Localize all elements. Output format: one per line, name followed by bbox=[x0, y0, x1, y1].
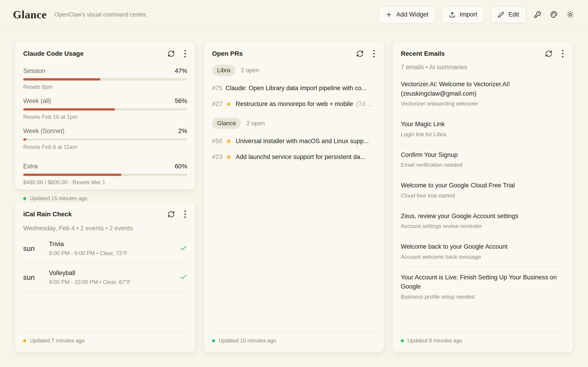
email-summary: Email verification needed bbox=[401, 162, 565, 168]
email-subject: Your Account is Live: Finish Setting Up … bbox=[401, 273, 565, 291]
import-label: Import bbox=[460, 11, 477, 18]
widget-title: iCal Rain Check bbox=[23, 211, 72, 218]
widget-menu-button[interactable] bbox=[561, 50, 565, 58]
add-widget-button[interactable]: Add Widget bbox=[379, 6, 435, 23]
usage-meter-extra: Extra 60% $480.66 / $800.00 · Resets Mar… bbox=[23, 157, 187, 190]
email-summary: Account settings review reminder bbox=[401, 223, 565, 229]
pr-number: #23 bbox=[212, 153, 222, 161]
meter-note: $480.66 / $800.00 · Resets Mar 1 bbox=[23, 179, 187, 186]
key-button[interactable] bbox=[533, 6, 543, 23]
email-summary: Cloud free trial started bbox=[401, 192, 565, 199]
status-dot bbox=[401, 339, 404, 342]
email-subject: Zeus, review your Google Account setting… bbox=[401, 211, 565, 221]
progress-fill bbox=[23, 108, 115, 110]
email-item[interactable]: Welcome back to your Google Account Acco… bbox=[401, 236, 565, 267]
repo-badge: Libra bbox=[212, 65, 235, 76]
lightning-icon bbox=[226, 101, 232, 107]
plus-icon bbox=[386, 11, 392, 18]
column-3: Recent Emails 7 emails • AI summaries Ve… bbox=[392, 42, 573, 352]
refresh-button[interactable] bbox=[167, 211, 175, 218]
check-icon bbox=[180, 273, 187, 282]
refresh-button[interactable] bbox=[356, 50, 363, 57]
meter-label: Week (all) bbox=[23, 98, 51, 105]
email-subject: Your Magic Link bbox=[401, 119, 565, 129]
import-button[interactable]: Import bbox=[442, 6, 484, 23]
email-count-line: 7 emails • AI summaries bbox=[401, 64, 565, 71]
updated-text: Updated 9 minutes ago bbox=[407, 338, 462, 344]
repo-open-count: 2 open bbox=[241, 67, 259, 74]
progress-bar bbox=[23, 138, 187, 141]
kebab-icon bbox=[562, 50, 563, 51]
app-logo: Glance bbox=[13, 8, 47, 21]
usage-meter-week-sonnet: Week (Sonnet) 2% Resets Feb 6 at 11am bbox=[23, 124, 187, 154]
usage-meters: Session 47% Resets 8pm Week (all) 56% Re… bbox=[23, 64, 187, 190]
email-summary: Login link for Libra bbox=[401, 131, 565, 138]
meter-value: 56% bbox=[175, 98, 187, 105]
upload-icon bbox=[449, 11, 456, 18]
event-detail: 8:00 PM - 9:00 PM • Clear, 73°F bbox=[49, 250, 180, 257]
refresh-icon bbox=[545, 50, 552, 57]
event-list: sun Trivia 8:00 PM - 9:00 PM • Clear, 73… bbox=[23, 234, 187, 292]
email-subject: Confirm Your Signup bbox=[401, 150, 565, 160]
progress-bar bbox=[23, 78, 187, 81]
progress-fill bbox=[23, 78, 100, 81]
refresh-icon bbox=[167, 50, 175, 57]
meter-value: 60% bbox=[175, 163, 187, 170]
pr-number: #75 bbox=[212, 85, 222, 92]
app-header: Glance OpenClaw's visual command center.… bbox=[0, 0, 588, 29]
email-item[interactable]: Confirm Your Signup Email verification n… bbox=[401, 144, 565, 175]
meter-note: Resets Feb 6 at 11am bbox=[23, 144, 187, 150]
progress-bar bbox=[23, 108, 187, 110]
usage-meter-week-all: Week (all) 56% Resets Feb 10 at 1pm bbox=[23, 94, 187, 124]
widget-title: Open PRs bbox=[212, 50, 243, 57]
pr-row[interactable]: #23 Add launchd service support for pers… bbox=[212, 153, 376, 161]
updated-text: Updated 7 minutes ago bbox=[30, 338, 85, 344]
pr-title: Universal installer with macOS and Linux… bbox=[236, 138, 369, 145]
kebab-icon bbox=[184, 50, 186, 51]
email-item[interactable]: Zeus, review your Google Account setting… bbox=[401, 206, 565, 236]
email-summary: Vectorizer onboarding welcome bbox=[401, 100, 565, 107]
email-item[interactable]: Your Magic Link Login link for Libra bbox=[401, 114, 565, 144]
ical-rain-check-widget: iCal Rain Check Wednesday, Feb 4 • 2 eve… bbox=[15, 202, 196, 352]
email-item[interactable]: Welcome to your Google Cloud Free Trial … bbox=[401, 175, 565, 206]
email-list: Vectorizer.AI: Welcome to Vectorizer.AI!… bbox=[401, 74, 565, 307]
kebab-icon bbox=[373, 50, 375, 51]
meter-label: Week (Sonnet) bbox=[23, 127, 65, 135]
kebab-icon bbox=[184, 211, 186, 212]
widget-title: Recent Emails bbox=[401, 50, 445, 57]
event-name: Trivia bbox=[49, 241, 180, 248]
email-summary: Business profile setup needed bbox=[401, 294, 565, 300]
pr-row[interactable]: #27 Restructure as monorepo for web + mo… bbox=[212, 100, 376, 108]
pr-title: Restructure as monorepo for web + mobile bbox=[236, 100, 353, 108]
widget-menu-button[interactable] bbox=[183, 210, 187, 218]
edit-button[interactable]: Edit bbox=[491, 6, 526, 23]
meter-note: Resets 8pm bbox=[23, 84, 187, 90]
widget-title: Claude Code Usage bbox=[23, 50, 84, 57]
refresh-button[interactable] bbox=[545, 50, 552, 57]
repo-badge: Glance bbox=[212, 118, 241, 129]
email-item[interactable]: Your Account is Live: Finish Setting Up … bbox=[401, 267, 565, 307]
email-subject: Vectorizer.AI: Welcome to Vectorizer.AI!… bbox=[401, 80, 565, 98]
refresh-button[interactable] bbox=[167, 50, 175, 57]
brightness-button[interactable] bbox=[565, 6, 575, 23]
sun-icon bbox=[567, 11, 574, 18]
email-item[interactable]: Vectorizer.AI: Welcome to Vectorizer.AI!… bbox=[401, 74, 565, 114]
lightning-icon bbox=[226, 138, 232, 144]
status-dot bbox=[23, 197, 26, 200]
meter-note: Resets Feb 10 at 1pm bbox=[23, 114, 187, 120]
app-tagline: OpenClaw's visual command center. bbox=[54, 11, 147, 18]
palette-button[interactable] bbox=[549, 6, 559, 23]
add-widget-label: Add Widget bbox=[396, 11, 428, 18]
widget-menu-button[interactable] bbox=[183, 50, 187, 58]
pr-title: Add launchd service support for persiste… bbox=[236, 153, 365, 161]
status-dot bbox=[212, 339, 215, 342]
open-prs-widget: Open PRs Libra 2 open #75 Clau bbox=[204, 42, 384, 352]
pr-row[interactable]: #50 Universal installer with macOS and L… bbox=[212, 138, 376, 145]
widget-menu-button[interactable] bbox=[372, 50, 376, 58]
pr-row[interactable]: #75 Claude: Open Library data import pip… bbox=[212, 85, 376, 92]
dashboard-grid: Claude Code Usage Session 47% bbox=[0, 29, 588, 352]
pencil-icon bbox=[498, 11, 504, 18]
weather-label: sun bbox=[23, 273, 49, 282]
updated-text: Updated 10 minutes ago bbox=[219, 338, 276, 344]
progress-fill bbox=[23, 138, 26, 141]
